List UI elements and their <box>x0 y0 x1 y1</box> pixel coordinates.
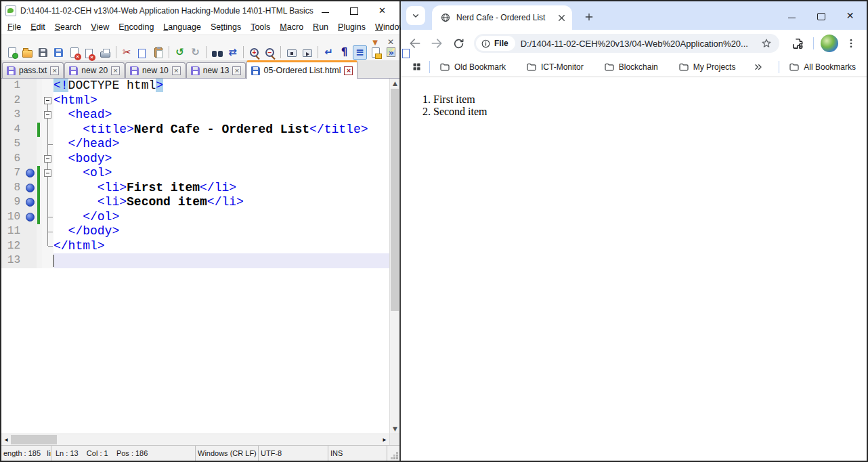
playback-macro-button[interactable] <box>300 45 314 60</box>
file-scheme-chip[interactable]: File <box>476 36 515 51</box>
editor-vertical-scrollbar[interactable]: ▲ ▼ <box>389 79 399 434</box>
browser-tab-active[interactable]: Nerd Cafe - Ordered List <box>432 5 572 30</box>
code-text[interactable]: </body> <box>53 224 389 239</box>
browser-close-button[interactable]: ✕ <box>846 12 854 20</box>
fold-collapse-icon[interactable] <box>44 155 51 163</box>
print-button[interactable] <box>98 45 112 60</box>
bookmark-folder-my-projects[interactable]: My Projects <box>677 62 737 72</box>
menu-item-plugins[interactable]: Plugins <box>333 20 370 35</box>
code-text[interactable]: </head> <box>53 137 389 152</box>
bookmark-margin[interactable] <box>24 79 37 93</box>
menu-item-encoding[interactable]: Encoding <box>114 20 158 35</box>
bookmark-margin[interactable] <box>24 108 37 123</box>
save-file-button[interactable] <box>36 45 50 60</box>
code-text[interactable]: <li>Second item</li> <box>53 195 389 210</box>
fold-collapse-icon[interactable] <box>44 97 51 104</box>
address-bar[interactable]: File D:/1404-11-02-CEH%20v13/04-Web%20Ap… <box>474 34 779 53</box>
bookmark-margin[interactable] <box>24 195 37 210</box>
redo-button[interactable]: ↻ <box>188 45 202 60</box>
code-text[interactable]: <head> <box>53 108 389 123</box>
tab-search-button[interactable] <box>406 6 425 25</box>
fold-margin[interactable] <box>42 181 53 196</box>
tab-close-icon[interactable] <box>557 13 567 23</box>
code-text[interactable]: <ol> <box>53 166 389 181</box>
toolbar-dropdown-icon[interactable]: ▼ <box>372 39 378 46</box>
editor-line[interactable]: 4 <title>Nerd Cafe - Ordered List</title… <box>1 123 389 138</box>
editor-line[interactable]: 1<!DOCTYPE html> <box>1 79 389 93</box>
code-text[interactable]: <body> <box>53 152 389 167</box>
document-list-button[interactable] <box>399 45 414 60</box>
fold-margin[interactable] <box>42 79 53 93</box>
code-text[interactable] <box>53 253 389 268</box>
scroll-left-icon[interactable]: ◂ <box>1 434 11 445</box>
bookmark-star-icon[interactable] <box>760 37 773 49</box>
bookmark-margin[interactable] <box>24 253 37 268</box>
document-tab-05-ordered-list-html[interactable]: 05-Ordered List.html× <box>246 60 357 79</box>
document-tab-new-13[interactable]: new 13× <box>186 62 246 78</box>
editor-line[interactable]: 8 <li>First item</li> <box>1 181 389 196</box>
menu-item-search[interactable]: Search <box>50 20 87 35</box>
bookmark-margin[interactable] <box>24 239 37 254</box>
bookmark-margin[interactable] <box>24 93 37 108</box>
word-wrap-button[interactable]: ↵ <box>322 45 336 60</box>
editor-text-area[interactable]: 1<!DOCTYPE html>2<html>3 <head>4 <title>… <box>1 79 389 434</box>
editor-line[interactable]: 3 <head> <box>1 108 389 123</box>
zoom-in-button[interactable]: + <box>247 45 261 60</box>
bookmark-margin[interactable] <box>24 166 37 181</box>
editor-horizontal-scrollbar[interactable]: ◂ ▸ <box>1 434 399 445</box>
code-text[interactable]: <html> <box>53 93 389 108</box>
browser-menu-button[interactable] <box>842 35 860 52</box>
menu-item-edit[interactable]: Edit <box>26 20 50 35</box>
code-text[interactable]: </html> <box>53 239 389 254</box>
cut-button[interactable]: ✂ <box>120 45 134 60</box>
fold-margin[interactable] <box>42 224 53 239</box>
close-all-button[interactable] <box>83 45 97 60</box>
tab-close-icon[interactable]: × <box>111 66 120 75</box>
fold-collapse-icon[interactable] <box>44 111 51 119</box>
scroll-down-icon[interactable]: ▼ <box>390 424 399 434</box>
editor-line[interactable]: 10 </ol> <box>1 210 389 225</box>
bookmarks-overflow-button[interactable] <box>753 62 764 72</box>
open-file-button[interactable] <box>20 45 35 60</box>
fold-margin[interactable] <box>42 253 53 268</box>
bookmark-folder-ict-monitor[interactable]: ICT-Monitor <box>525 62 585 72</box>
save-all-button[interactable] <box>51 45 66 60</box>
editor-line[interactable]: 12</html> <box>1 239 389 254</box>
document-tab-new-10[interactable]: new 10× <box>125 62 186 78</box>
fold-margin[interactable] <box>42 93 53 108</box>
start-recording-button[interactable] <box>284 45 299 60</box>
menu-item-language[interactable]: Language <box>158 20 206 35</box>
tab-close-icon[interactable]: × <box>232 66 241 75</box>
fold-margin[interactable] <box>42 195 53 210</box>
fold-margin[interactable] <box>42 152 53 167</box>
bookmark-margin[interactable] <box>24 137 37 152</box>
document-tab-new-20[interactable]: new 20× <box>64 62 125 78</box>
editor-line[interactable]: 5 </head> <box>1 137 389 152</box>
menu-item-macro[interactable]: Macro <box>275 20 308 35</box>
bookmark-margin[interactable] <box>24 123 37 138</box>
new-file-button[interactable] <box>5 45 19 60</box>
bookmark-folder-old-bookmark[interactable]: Old Bookmark <box>438 62 507 72</box>
menu-item-tools[interactable]: Tools <box>246 20 275 35</box>
menu-item-settings[interactable]: Settings <box>206 20 246 35</box>
replace-button[interactable]: ⇄ <box>225 45 240 60</box>
forward-button[interactable] <box>428 35 446 52</box>
editor-line[interactable]: 9 <li>Second item</li> <box>1 195 389 210</box>
find-button[interactable] <box>210 45 224 60</box>
bookmark-margin[interactable] <box>24 181 37 196</box>
sync-scroll-button[interactable] <box>368 45 383 60</box>
menu-item-file[interactable]: File <box>3 20 26 35</box>
bookmark-margin[interactable] <box>24 210 37 225</box>
zoom-out-button[interactable]: − <box>263 45 277 60</box>
bookmark-folder-blockchain[interactable]: Blockchain <box>603 62 659 72</box>
maximize-button[interactable] <box>349 6 358 15</box>
new-tab-button[interactable] <box>580 7 599 26</box>
extensions-button[interactable] <box>789 35 806 52</box>
fold-margin[interactable] <box>42 108 53 123</box>
editor-line[interactable]: 2<html> <box>1 93 389 108</box>
fold-margin[interactable] <box>42 137 53 152</box>
fold-collapse-icon[interactable] <box>44 169 51 177</box>
scroll-right-icon[interactable]: ▸ <box>380 434 389 445</box>
editor-line[interactable]: 13 <box>1 253 389 268</box>
code-text[interactable]: <li>First item</li> <box>53 181 389 196</box>
